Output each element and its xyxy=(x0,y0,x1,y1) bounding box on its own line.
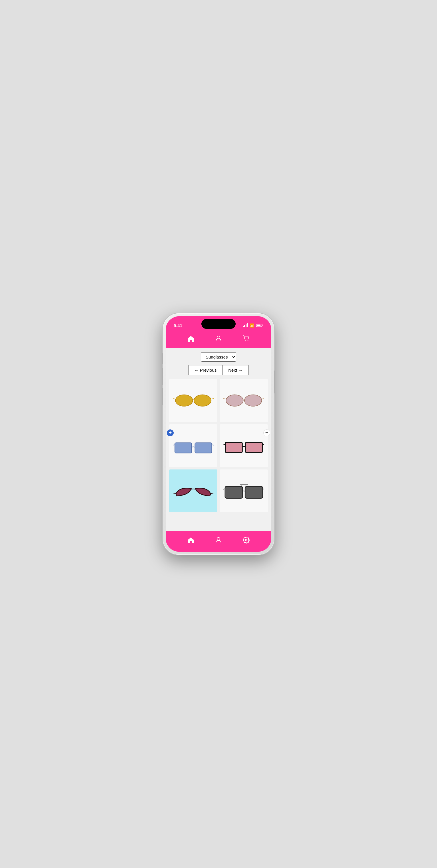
svg-rect-16 xyxy=(195,442,212,453)
zoom-out-button[interactable]: − xyxy=(263,429,270,436)
profile-bottom-icon[interactable] xyxy=(213,535,224,545)
svg-point-40 xyxy=(245,539,247,541)
svg-line-28 xyxy=(211,493,213,494)
zoom-in-button[interactable]: + xyxy=(167,429,174,436)
cart-nav-icon[interactable] xyxy=(241,333,251,344)
product-card-1[interactable] xyxy=(169,379,217,422)
product-card-4[interactable] xyxy=(220,424,268,467)
power-button[interactable] xyxy=(274,371,275,394)
clock: 9:41 xyxy=(174,323,182,328)
top-nav xyxy=(166,331,271,348)
svg-line-11 xyxy=(223,398,226,398)
category-dropdown[interactable]: Sunglasses Eyeglasses Contacts xyxy=(201,352,236,362)
svg-rect-30 xyxy=(245,486,263,498)
svg-point-39 xyxy=(217,537,220,540)
previous-button[interactable]: ← Previous xyxy=(189,365,223,375)
product-card-3[interactable] xyxy=(169,424,217,467)
status-bar: 9:41 📶 xyxy=(166,316,271,331)
dropdown-row: Sunglasses Eyeglasses Contacts xyxy=(169,352,268,362)
product-card-6[interactable] xyxy=(220,469,268,512)
content-area: Sunglasses Eyeglasses Contacts ← Previou… xyxy=(166,348,271,531)
volume-up-button[interactable] xyxy=(162,368,163,385)
svg-line-19 xyxy=(173,444,175,445)
profile-nav-icon[interactable] xyxy=(213,333,224,344)
next-button[interactable]: Next → xyxy=(222,365,248,375)
product-card-2[interactable] xyxy=(220,379,268,422)
battery-icon xyxy=(256,323,263,327)
svg-point-1 xyxy=(245,341,246,341)
mute-button[interactable] xyxy=(162,353,163,364)
svg-line-6 xyxy=(211,398,214,398)
svg-line-27 xyxy=(173,493,176,494)
svg-point-0 xyxy=(217,336,220,339)
phone-screen: 9:41 📶 xyxy=(166,316,271,552)
svg-rect-21 xyxy=(225,442,242,453)
home-bottom-icon[interactable] xyxy=(186,535,196,545)
volume-down-button[interactable] xyxy=(162,388,163,405)
home-nav-icon[interactable] xyxy=(186,333,196,344)
svg-line-12 xyxy=(262,398,264,398)
screen-content: + − Sunglasses Eyeglasses Contacts ← Pre… xyxy=(166,348,271,531)
phone-device: 9:41 📶 xyxy=(163,313,274,555)
svg-rect-29 xyxy=(225,486,242,498)
products-grid xyxy=(169,379,268,512)
wifi-icon: 📶 xyxy=(249,323,254,328)
bottom-nav xyxy=(166,531,271,552)
dynamic-island xyxy=(201,319,236,329)
settings-bottom-icon[interactable] xyxy=(241,535,251,545)
svg-line-5 xyxy=(173,398,175,398)
svg-rect-15 xyxy=(175,442,192,453)
signal-icon xyxy=(243,323,248,327)
status-icons: 📶 xyxy=(243,323,263,328)
pagination-row: ← Previous Next → xyxy=(169,365,268,375)
svg-point-2 xyxy=(247,341,248,341)
svg-rect-22 xyxy=(245,442,262,453)
product-card-5[interactable] xyxy=(169,469,217,512)
